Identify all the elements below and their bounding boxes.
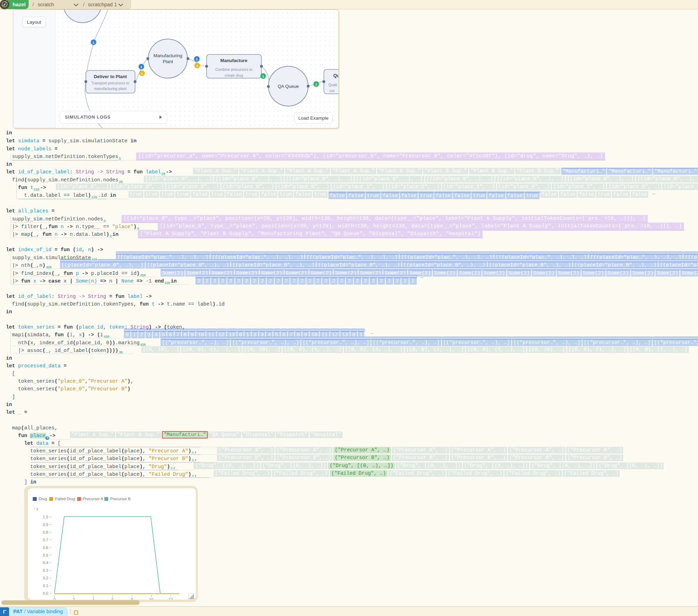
svg-text:1.0: 1.0 — [43, 515, 48, 519]
svg-text:0.7: 0.7 — [43, 538, 48, 542]
svg-text:10: 10 — [149, 598, 153, 600]
svg-text:0.5: 0.5 — [43, 553, 48, 557]
svg-text:Manufacture: Manufacture — [220, 58, 247, 63]
svg-text:4: 4 — [92, 598, 94, 600]
svg-text:0.2: 0.2 — [43, 576, 48, 580]
svg-text:Failed Drug: Failed Drug — [55, 497, 75, 501]
svg-text:0: 0 — [53, 598, 55, 600]
svg-text:Precursor A: Precursor A — [83, 497, 103, 501]
svg-text:6: 6 — [111, 598, 113, 600]
svg-text:0.9: 0.9 — [43, 523, 48, 527]
svg-text:1: 1 — [140, 65, 142, 69]
svg-text:0.6: 0.6 — [43, 546, 48, 550]
svg-text:Deliver to Plant: Deliver to Plant — [94, 74, 127, 79]
svg-text:0.3: 0.3 — [43, 568, 48, 572]
svg-text:↑ y: ↑ y — [34, 506, 39, 511]
svg-text:Manufacturing: Manufacturing — [154, 53, 182, 58]
svg-text:2: 2 — [73, 598, 75, 600]
svg-text:Plant: Plant — [163, 59, 173, 64]
svg-text:Quali: Quali — [328, 83, 337, 87]
svg-text:0.1: 0.1 — [43, 584, 48, 588]
svg-text:0.8: 0.8 — [43, 530, 48, 534]
svg-text:1: 1 — [92, 40, 95, 44]
svg-text:cor: cor — [329, 89, 335, 93]
svg-text:Precursor B: Precursor B — [110, 497, 131, 501]
svg-text:create drug: create drug — [224, 73, 243, 77]
svg-text:1: 1 — [196, 64, 198, 68]
svg-text:manufacturing plant: manufacturing plant — [94, 87, 126, 91]
svg-text:0.4: 0.4 — [43, 561, 48, 565]
svg-text:1: 1 — [141, 72, 143, 75]
svg-text:Qu: Qu — [333, 73, 339, 78]
svg-text:QA Queue: QA Queue — [278, 84, 299, 89]
svg-text:1: 1 — [262, 74, 264, 78]
svg-text:Drug: Drug — [39, 497, 47, 501]
svg-text:Transport precursors to: Transport precursors to — [91, 81, 129, 85]
svg-text:0.0: 0.0 — [43, 591, 48, 595]
svg-text:1: 1 — [315, 82, 317, 86]
svg-text:1: 1 — [196, 57, 198, 61]
svg-text:8: 8 — [131, 598, 133, 600]
svg-text:Combine precursors to: Combine precursors to — [215, 67, 252, 72]
svg-text:12: 12 — [169, 598, 173, 600]
